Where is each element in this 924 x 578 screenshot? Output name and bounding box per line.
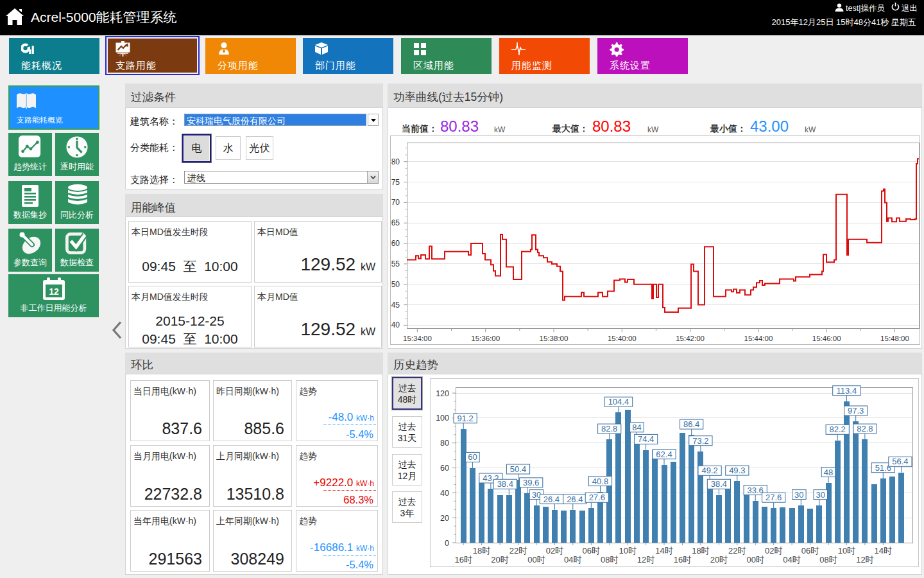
svg-text:49.3: 49.3 [729,466,745,475]
svg-text:0: 0 [445,539,449,548]
svg-text:50.4: 50.4 [510,464,526,474]
svg-text:20时: 20时 [710,555,728,565]
svg-text:12时: 12时 [637,555,654,565]
svg-text:97.3: 97.3 [848,406,864,416]
svg-text:120: 120 [436,389,449,398]
svg-text:73.2: 73.2 [692,436,708,446]
svg-text:38.4: 38.4 [711,479,727,489]
svg-text:12时: 12时 [856,555,873,565]
svg-text:84: 84 [632,423,641,432]
svg-text:16时: 16时 [454,555,472,565]
svg-text:49.2: 49.2 [701,466,717,475]
svg-text:60: 60 [440,464,449,473]
svg-text:18时: 18时 [692,546,709,556]
svg-text:22时: 22时 [728,546,746,556]
svg-text:10时: 10时 [838,546,855,556]
svg-text:62.4: 62.4 [656,450,672,459]
svg-text:82.8: 82.8 [601,424,617,434]
svg-text:80: 80 [440,439,449,448]
svg-text:60: 60 [468,452,477,462]
svg-text:26.4: 26.4 [567,495,583,504]
svg-text:33.6: 33.6 [748,486,764,495]
svg-text:82.2: 82.2 [830,425,846,434]
svg-text:06时: 06时 [801,546,819,556]
svg-text:86.4: 86.4 [683,419,699,429]
svg-text:74.4: 74.4 [638,434,654,444]
svg-text:16时: 16时 [674,555,691,565]
svg-text:18时: 18时 [473,546,490,556]
svg-text:02时: 02时 [546,546,563,556]
svg-text:48: 48 [824,468,833,477]
svg-text:00时: 00时 [746,555,764,565]
svg-text:08时: 08时 [819,555,837,565]
svg-text:14时: 14时 [875,546,892,556]
svg-text:14时: 14时 [655,546,672,556]
svg-text:26.4: 26.4 [543,495,560,504]
svg-text:40.8: 40.8 [592,477,608,486]
svg-text:20时: 20时 [491,555,508,565]
svg-text:40: 40 [440,489,449,498]
svg-text:06时: 06时 [583,546,600,556]
svg-text:22时: 22时 [509,546,527,556]
svg-text:56.4: 56.4 [892,457,908,466]
svg-text:82.8: 82.8 [857,424,873,434]
svg-text:30: 30 [794,490,803,500]
svg-text:91.2: 91.2 [457,414,473,423]
svg-text:00时: 00时 [527,555,545,565]
svg-text:39.6: 39.6 [523,478,539,487]
svg-text:10时: 10时 [619,546,636,556]
svg-text:100: 100 [436,414,449,423]
svg-text:113.4: 113.4 [837,386,857,396]
svg-text:104.4: 104.4 [608,397,629,407]
svg-text:04时: 04时 [564,555,581,565]
svg-text:20: 20 [440,514,449,523]
svg-text:04时: 04时 [783,555,800,565]
svg-text:08时: 08时 [601,555,618,565]
svg-text:27.6: 27.6 [766,493,782,502]
svg-text:02时: 02时 [765,546,782,556]
svg-text:38.4: 38.4 [497,479,513,489]
svg-text:27.6: 27.6 [589,493,605,502]
svg-text:30: 30 [816,490,825,500]
